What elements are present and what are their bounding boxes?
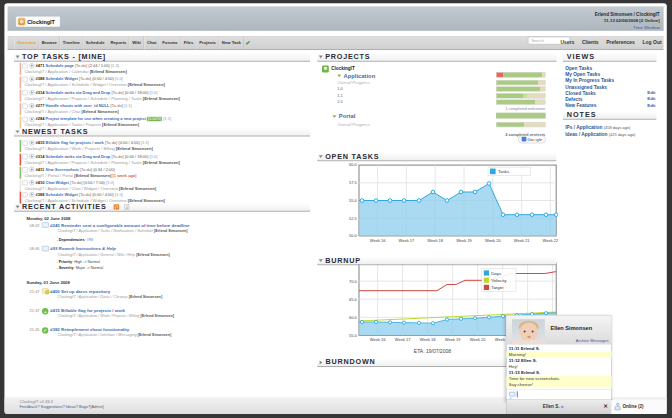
svg-text:Week 20: Week 20 (485, 238, 501, 243)
svg-text:Week 17: Week 17 (395, 337, 411, 342)
svg-text:50.0: 50.0 (349, 233, 358, 238)
svg-text:Week 20: Week 20 (470, 337, 486, 342)
svg-text:55.0: 55.0 (349, 333, 358, 338)
svg-text:Week 22: Week 22 (543, 238, 559, 243)
svg-text:60.0: 60.0 (349, 162, 358, 167)
svg-text:Velocity: Velocity (491, 278, 507, 283)
svg-text:Week 21: Week 21 (514, 238, 530, 243)
svg-text:57.5: 57.5 (349, 180, 358, 185)
svg-text:52.5: 52.5 (349, 216, 358, 221)
svg-text:Week 16: Week 16 (370, 337, 386, 342)
svg-text:60.0: 60.0 (349, 315, 358, 320)
svg-text:Tasks: Tasks (498, 169, 510, 174)
svg-text:Week 17: Week 17 (399, 238, 415, 243)
svg-text:Week 19: Week 19 (445, 337, 461, 342)
svg-text:Week 18: Week 18 (420, 337, 436, 342)
svg-text:70.0: 70.0 (349, 279, 358, 284)
svg-text:Week 16: Week 16 (370, 238, 386, 243)
svg-text:Week 18: Week 18 (427, 238, 443, 243)
svg-text:Target: Target (491, 285, 504, 290)
svg-text:Week 19: Week 19 (456, 238, 472, 243)
svg-text:Days: Days (491, 271, 502, 276)
svg-text:55.0: 55.0 (349, 198, 358, 203)
svg-text:65.0: 65.0 (349, 297, 358, 302)
